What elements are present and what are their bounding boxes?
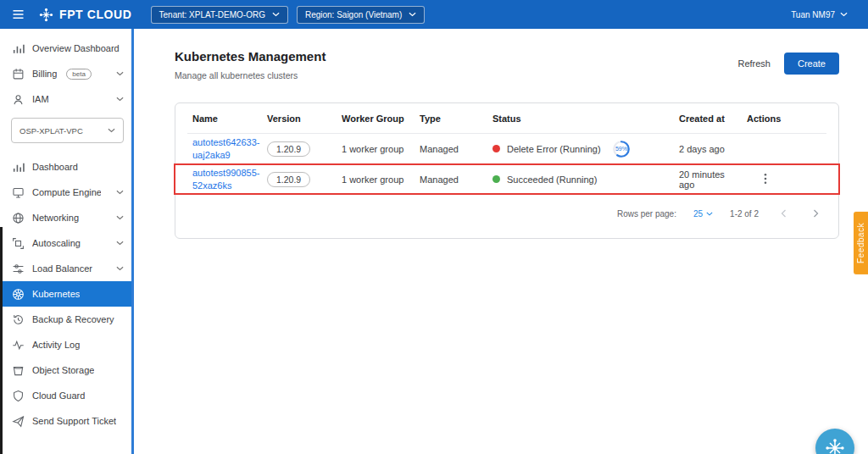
- user-name: Tuan NM97: [791, 10, 835, 19]
- sidebar-item-label: Load Balancer: [32, 263, 92, 274]
- hamburger-icon: [12, 9, 25, 19]
- created-at-value: 2 days ago: [679, 144, 747, 154]
- chevron-down-icon: [116, 97, 124, 102]
- table-header-row: Name Version Worker Group Type Status Cr…: [187, 103, 826, 134]
- window-edge-artifact: [0, 227, 3, 454]
- created-at-value: 20 minutes ago: [679, 169, 747, 190]
- sidebar-item-activity-log[interactable]: Activity Log: [0, 332, 134, 357]
- rows-per-page-label: Rows per page:: [617, 209, 676, 219]
- sidebar-item-label: Compute Engine: [32, 187, 101, 197]
- table-row[interactable]: autotest990855-52xaz6ks 1.20.9 1 worker …: [187, 164, 826, 195]
- previous-page-button[interactable]: [776, 206, 791, 221]
- cluster-type-value: Managed: [420, 174, 492, 185]
- column-header-type: Type: [420, 114, 492, 124]
- version-chip: 1.20.9: [267, 141, 310, 157]
- sidebar-item-cloud-guard[interactable]: Cloud Guard: [0, 383, 134, 408]
- sidebar-item-label: Networking: [32, 213, 79, 223]
- rows-per-page-select[interactable]: 25: [693, 209, 713, 219]
- sidebar-item-label: Cloud Guard: [32, 390, 85, 401]
- next-page-button[interactable]: [808, 206, 823, 221]
- create-button[interactable]: Create: [784, 53, 839, 75]
- pagination-range: 1-2 of 2: [730, 209, 759, 219]
- cluster-name-link[interactable]: autotest990855-52xaz6ks: [192, 167, 267, 192]
- status-text: Succeeded (Running): [507, 174, 597, 185]
- row-actions-menu-button[interactable]: [759, 172, 772, 185]
- region-selector[interactable]: Region: Saigon (Vietnam): [297, 6, 425, 24]
- fpt-cloud-logo-icon: [39, 8, 53, 22]
- column-header-status: Status: [492, 114, 679, 124]
- chevron-down-icon: [840, 12, 848, 17]
- sidebar-item-autoscaling[interactable]: Autoscaling: [0, 230, 134, 256]
- chevron-down-icon: [116, 71, 124, 76]
- vpc-selected-value: OSP-XPLAT-VPC: [19, 126, 83, 136]
- sidebar-item-label: Backup & Recovery: [32, 314, 114, 324]
- status-text: Delete Error (Running): [507, 144, 601, 154]
- top-bar: FPT CLOUD Tenant: XPLAT-DEMO-ORG Region:…: [0, 0, 868, 29]
- kebab-icon: [764, 173, 767, 185]
- rows-per-page-value: 25: [693, 209, 703, 219]
- main-content: Kubernetes Management Manage all kuberne…: [134, 29, 868, 454]
- user-menu[interactable]: Tuan NM97: [791, 10, 860, 19]
- sidebar-item-object-storage[interactable]: Object Storage: [0, 357, 134, 383]
- tune-icon: [12, 263, 25, 275]
- sidebar-item-dashboard[interactable]: Dashboard: [0, 154, 134, 180]
- feedback-tab[interactable]: Feedback: [854, 212, 868, 274]
- cluster-nodes-icon: [825, 438, 845, 454]
- sidebar-item-label: Dashboard: [32, 162, 78, 172]
- refresh-button[interactable]: Refresh: [737, 58, 771, 69]
- helm-wheel-icon: [12, 288, 25, 301]
- chevron-down-icon: [272, 12, 280, 17]
- sidebar-item-label: Kubernetes: [32, 289, 80, 299]
- pulse-icon: [12, 339, 25, 352]
- chevron-left-icon: [781, 209, 787, 218]
- sidebar-item-send-support-ticket[interactable]: Send Support Ticket: [0, 408, 134, 434]
- sidebar-item-billing[interactable]: Billing beta: [0, 61, 134, 86]
- pagination-bar: Rows per page: 25 1-2 of 2: [187, 195, 826, 223]
- person-icon: [12, 93, 25, 106]
- monitor-icon: [12, 186, 25, 199]
- chevron-down-icon: [108, 128, 115, 133]
- chart-icon: [12, 42, 25, 55]
- sidebar: Overview Dashboard Billing beta IAM OSP-…: [0, 29, 134, 454]
- worker-group-value: 1 worker group: [342, 174, 420, 185]
- sidebar-item-label: Send Support Ticket: [32, 416, 116, 426]
- chevron-down-icon: [706, 212, 713, 216]
- sidebar-item-kubernetes[interactable]: Kubernetes: [0, 281, 134, 307]
- sidebar-item-label: Object Storage: [32, 365, 94, 375]
- table-row[interactable]: autotest642633-uaj2aka9 1.20.9 1 worker …: [187, 134, 826, 164]
- status-dot: [492, 175, 500, 183]
- globe-icon: [12, 212, 25, 224]
- sidebar-item-load-balancer[interactable]: Load Balancer: [0, 256, 134, 281]
- tenant-selector[interactable]: Tenant: XPLAT-DEMO-ORG: [151, 6, 288, 24]
- shield-icon: [12, 390, 25, 402]
- sidebar-item-compute-engine[interactable]: Compute Engine: [0, 180, 134, 205]
- status-dot: [492, 145, 500, 152]
- sidebar-item-iam[interactable]: IAM: [0, 86, 134, 112]
- chevron-down-icon: [116, 266, 124, 271]
- expand-icon: [12, 237, 25, 250]
- bucket-icon: [12, 364, 25, 377]
- sidebar-item-label: Overview Dashboard: [32, 43, 120, 53]
- region-label: Region: Saigon (Vietnam): [305, 10, 402, 19]
- beta-badge: beta: [66, 69, 92, 80]
- sidebar-item-networking[interactable]: Networking: [0, 205, 134, 230]
- sidebar-item-label: Billing: [32, 69, 57, 79]
- sidebar-item-overview-dashboard[interactable]: Overview Dashboard: [0, 36, 134, 61]
- chevron-down-icon: [116, 241, 124, 246]
- chevron-down-icon: [409, 12, 416, 17]
- sidebar-item-backup-recovery[interactable]: Backup & Recovery: [0, 307, 134, 332]
- column-header-actions: Actions: [747, 114, 821, 124]
- column-header-created-at: Created at: [679, 114, 747, 124]
- vpc-selector[interactable]: OSP-XPLAT-VPC: [11, 118, 124, 143]
- page-title: Kubernetes Management: [175, 49, 326, 64]
- column-header-version: Version: [267, 114, 342, 124]
- brand-logo[interactable]: FPT CLOUD: [39, 8, 132, 22]
- calendar-icon: [12, 68, 25, 80]
- hamburger-menu-button[interactable]: [0, 0, 36, 29]
- cluster-name-link[interactable]: autotest642633-uaj2aka9: [192, 136, 267, 162]
- chevron-down-icon: [116, 215, 124, 220]
- progress-label: 59%: [615, 146, 628, 152]
- column-header-worker-group: Worker Group: [342, 114, 420, 124]
- restore-icon: [12, 313, 25, 326]
- chart-icon: [12, 161, 25, 174]
